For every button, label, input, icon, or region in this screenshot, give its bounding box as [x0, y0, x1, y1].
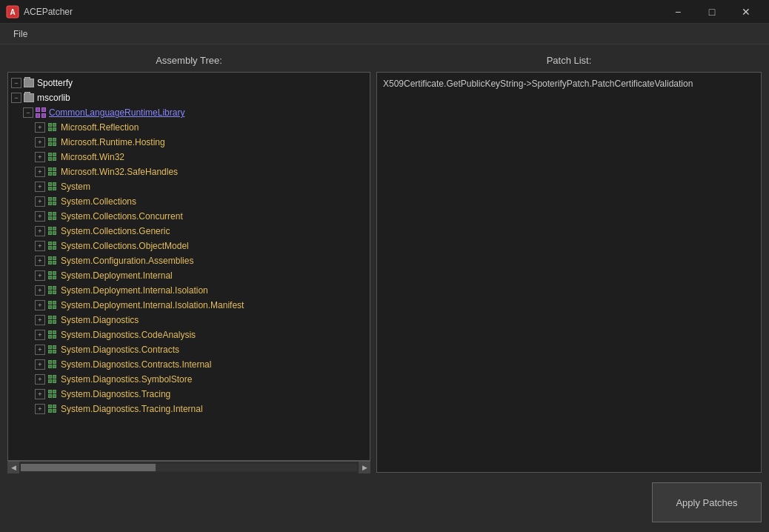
expander-system-deployment-internal-isolation-manifest[interactable]: +: [35, 300, 45, 310]
tree-item-ms-runtime-hosting[interactable]: + Microsoft.Runtime.Hosting: [8, 135, 370, 150]
icon-system-deployment-internal-isolation: [47, 285, 59, 296]
icon-system-diagnostics-codeanalysis: [47, 329, 59, 341]
menu-item-file[interactable]: File: [6, 26, 35, 42]
tree-item-system[interactable]: + System: [8, 179, 370, 194]
scroll-right-arrow[interactable]: ▶: [359, 462, 370, 473]
label-system-collections: System.Collections: [61, 196, 136, 207]
expander-clr[interactable]: −: [23, 107, 33, 118]
tree-item-system-diagnostics[interactable]: + System.Diagnostics: [8, 313, 370, 327]
tree-item-system-diagnostics-contracts-internal[interactable]: + System.Diagnostics.Contracts.Internal: [8, 357, 370, 372]
bottom-area: Apply Patches: [7, 473, 762, 525]
tree-item-system-collections[interactable]: + System.Collections: [8, 194, 370, 209]
tree-item-system-diagnostics-symbolstore[interactable]: + System.Diagnostics.SymbolStore: [8, 372, 370, 387]
tree-item-system-diagnostics-tracing[interactable]: + System.Diagnostics.Tracing: [8, 387, 370, 402]
expander-system-diagnostics-tracing-internal[interactable]: +: [35, 404, 45, 414]
expander-system-diagnostics-codeanalysis[interactable]: +: [35, 330, 45, 340]
label-system-deployment-internal: System.Deployment.Internal: [61, 270, 173, 281]
icon-system-diagnostics-symbolstore: [47, 373, 59, 385]
patch-list-container[interactable]: X509Certificate.GetPublicKeyString->Spot…: [376, 72, 762, 473]
close-button[interactable]: ✕: [729, 0, 763, 24]
tree-item-ms-win32-safehandles[interactable]: + Microsoft.Win32.SafeHandles: [8, 164, 370, 179]
expander-system-collections-concurrent[interactable]: +: [35, 211, 45, 222]
icon-system-collections-generic: [47, 225, 59, 237]
minimize-button[interactable]: −: [661, 0, 695, 24]
apply-patches-button[interactable]: Apply Patches: [652, 482, 762, 522]
tree-item-system-deployment-internal-isolation-manifest[interactable]: + System.Deployment.Internal.Isolation.M…: [8, 298, 370, 313]
icon-mscorlib: [23, 92, 35, 104]
icon-ms-win32: [47, 151, 59, 163]
tree-item-system-deployment-internal-isolation[interactable]: + System.Deployment.Internal.Isolation: [8, 283, 370, 298]
tree-scroll-area[interactable]: − Spotterfy − mscorlib: [8, 73, 370, 460]
expander-system-collections-objectmodel[interactable]: +: [35, 241, 45, 251]
expander-system-collections-generic[interactable]: +: [35, 226, 45, 236]
icon-system-diagnostics-contracts: [47, 344, 59, 356]
tree-item-system-collections-objectmodel[interactable]: + System.Collections.ObjectModel: [8, 239, 370, 253]
icon-system-diagnostics: [47, 314, 59, 326]
expander-spotterfy[interactable]: −: [11, 78, 21, 88]
expander-system-diagnostics-contracts-internal[interactable]: +: [35, 359, 45, 370]
title-bar: A ACEPatcher − □ ✕: [0, 0, 769, 24]
icon-system-collections-concurrent: [47, 210, 59, 222]
app-logo-icon: A: [6, 5, 19, 19]
label-system: System: [61, 182, 90, 192]
left-panel: Assembly Tree: − Spotterfy −: [7, 52, 370, 473]
tree-item-spotterfy[interactable]: − Spotterfy: [8, 76, 370, 90]
tree-item-system-collections-concurrent[interactable]: + System.Collections.Concurrent: [8, 209, 370, 224]
menu-bar: File: [0, 24, 769, 44]
tree-item-system-deployment-internal[interactable]: + System.Deployment.Internal: [8, 268, 370, 283]
expander-system-deployment-internal[interactable]: +: [35, 270, 45, 281]
expander-ms-runtime-hosting[interactable]: +: [35, 137, 45, 147]
icon-system-diagnostics-contracts-internal: [47, 359, 59, 370]
expander-ms-reflection[interactable]: +: [35, 122, 45, 133]
tree-item-mscorlib[interactable]: − mscorlib: [8, 90, 370, 105]
expander-system-deployment-internal-isolation[interactable]: +: [35, 285, 45, 296]
label-spotterfy: Spotterfy: [37, 78, 73, 88]
icon-system-collections: [47, 196, 59, 207]
tree-item-system-diagnostics-contracts[interactable]: + System.Diagnostics.Contracts: [8, 342, 370, 357]
patch-list-header: Patch List:: [376, 52, 762, 72]
assembly-tree-header: Assembly Tree:: [7, 52, 370, 72]
svg-text:A: A: [10, 8, 15, 16]
tree-item-system-configuration-assemblies[interactable]: + System.Configuration.Assemblies: [8, 253, 370, 268]
expander-system-collections[interactable]: +: [35, 196, 45, 207]
horizontal-scrollbar[interactable]: ◀ ▶: [7, 461, 370, 473]
label-system-diagnostics: System.Diagnostics: [61, 315, 139, 325]
icon-ms-runtime-hosting: [47, 136, 59, 148]
icon-system-deployment-internal: [47, 270, 59, 282]
scroll-left-arrow[interactable]: ◀: [7, 462, 19, 473]
label-system-collections-generic: System.Collections.Generic: [61, 226, 170, 236]
expander-system-diagnostics[interactable]: +: [35, 315, 45, 325]
expander-system-diagnostics-symbolstore[interactable]: +: [35, 374, 45, 385]
icon-ms-reflection: [47, 122, 59, 133]
expander-ms-win32[interactable]: +: [35, 152, 45, 162]
label-system-collections-objectmodel: System.Collections.ObjectModel: [61, 241, 189, 251]
expander-system-diagnostics-tracing[interactable]: +: [35, 389, 45, 399]
tree-item-ms-win32[interactable]: + Microsoft.Win32: [8, 150, 370, 164]
scroll-track: [21, 464, 357, 471]
tree-item-system-diagnostics-tracing-internal[interactable]: + System.Diagnostics.Tracing.Internal: [8, 402, 370, 416]
tree-item-clr[interactable]: − CommonLanguageRuntimeLibrary: [8, 105, 370, 120]
window-controls: − □ ✕: [661, 0, 763, 24]
icon-system-configuration-assemblies: [47, 255, 59, 267]
expander-system-configuration-assemblies[interactable]: +: [35, 256, 45, 266]
label-clr: CommonLanguageRuntimeLibrary: [49, 107, 184, 118]
expander-ms-win32-safehandles[interactable]: +: [35, 167, 45, 177]
expander-system-diagnostics-contracts[interactable]: +: [35, 345, 45, 355]
maximize-button[interactable]: □: [695, 0, 729, 24]
label-system-collections-concurrent: System.Collections.Concurrent: [61, 211, 183, 222]
tree-item-ms-reflection[interactable]: + Microsoft.Reflection: [8, 120, 370, 135]
panels-container: Assembly Tree: − Spotterfy −: [7, 52, 762, 473]
icon-system: [47, 181, 59, 193]
tree-item-system-diagnostics-codeanalysis[interactable]: + System.Diagnostics.CodeAnalysis: [8, 327, 370, 342]
expander-system[interactable]: +: [35, 182, 45, 192]
icon-system-diagnostics-tracing-internal: [47, 403, 59, 415]
label-system-deployment-internal-isolation-manifest: System.Deployment.Internal.Isolation.Man…: [61, 300, 244, 310]
tree-container: − Spotterfy − mscorlib: [7, 72, 370, 461]
right-panel: Patch List: X509Certificate.GetPublicKey…: [376, 52, 762, 473]
main-content: Assembly Tree: − Spotterfy −: [0, 44, 769, 532]
icon-clr: [35, 107, 47, 119]
icon-system-deployment-internal-isolation-manifest: [47, 299, 59, 311]
expander-mscorlib[interactable]: −: [11, 93, 21, 103]
label-system-diagnostics-tracing: System.Diagnostics.Tracing: [61, 389, 170, 399]
tree-item-system-collections-generic[interactable]: + System.Collections.Generic: [8, 224, 370, 239]
